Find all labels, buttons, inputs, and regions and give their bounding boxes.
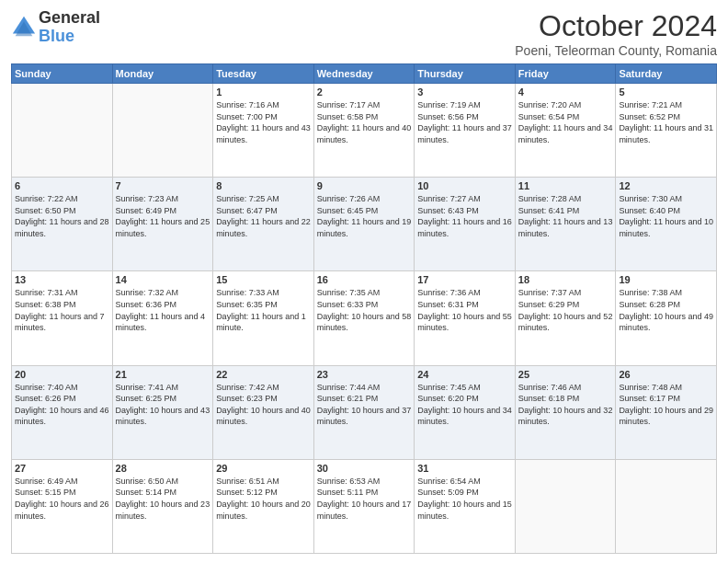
table-row: 10Sunrise: 7:27 AM Sunset: 6:43 PM Dayli… [415,178,516,271]
day-info: Sunrise: 7:31 AM Sunset: 6:38 PM Dayligh… [15,287,109,333]
table-row: 27Sunrise: 6:49 AM Sunset: 5:15 PM Dayli… [12,459,113,553]
day-info: Sunrise: 7:41 AM Sunset: 6:25 PM Dayligh… [116,382,210,428]
table-row: 26Sunrise: 7:48 AM Sunset: 6:17 PM Dayli… [616,365,717,459]
day-info: Sunrise: 7:22 AM Sunset: 6:50 PM Dayligh… [15,193,109,239]
col-tuesday: Tuesday [213,64,314,84]
col-saturday: Saturday [616,64,717,84]
table-row: 29Sunrise: 6:51 AM Sunset: 5:12 PM Dayli… [213,459,314,553]
logo: General Blue [11,9,100,46]
day-number: 15 [216,274,311,285]
day-info: Sunrise: 7:46 AM Sunset: 6:18 PM Dayligh… [518,382,613,428]
day-number: 5 [619,86,713,98]
day-info: Sunrise: 7:44 AM Sunset: 6:21 PM Dayligh… [317,382,412,428]
title-area: October 2024 Poeni, Teleorman County, Ro… [515,9,717,58]
table-row: 30Sunrise: 6:53 AM Sunset: 5:11 PM Dayli… [313,459,415,553]
col-wednesday: Wednesday [313,64,415,84]
day-number: 22 [216,369,311,380]
day-number: 28 [116,463,210,474]
location-text: Poeni, Teleorman County, Romania [515,43,717,58]
month-title: October 2024 [515,9,717,43]
day-info: Sunrise: 7:37 AM Sunset: 6:29 PM Dayligh… [518,287,613,333]
calendar-week-row: 20Sunrise: 7:40 AM Sunset: 6:26 PM Dayli… [12,365,717,459]
calendar-week-row: 27Sunrise: 6:49 AM Sunset: 5:15 PM Dayli… [12,459,717,553]
day-info: Sunrise: 7:35 AM Sunset: 6:33 PM Dayligh… [317,287,412,333]
table-row: 17Sunrise: 7:36 AM Sunset: 6:31 PM Dayli… [415,271,516,365]
day-info: Sunrise: 7:30 AM Sunset: 6:40 PM Dayligh… [619,193,713,239]
day-info: Sunrise: 7:21 AM Sunset: 6:52 PM Dayligh… [619,99,713,145]
day-number: 25 [518,369,613,380]
table-row: 4Sunrise: 7:20 AM Sunset: 6:54 PM Daylig… [515,84,616,178]
table-row [515,459,616,553]
day-number: 17 [417,274,512,285]
table-row: 14Sunrise: 7:32 AM Sunset: 6:36 PM Dayli… [112,271,213,365]
day-number: 26 [619,369,713,380]
table-row: 16Sunrise: 7:35 AM Sunset: 6:33 PM Dayli… [313,271,415,365]
day-info: Sunrise: 7:45 AM Sunset: 6:20 PM Dayligh… [417,382,512,428]
day-number: 4 [518,86,613,98]
table-row: 25Sunrise: 7:46 AM Sunset: 6:18 PM Dayli… [515,365,616,459]
day-info: Sunrise: 6:50 AM Sunset: 5:14 PM Dayligh… [116,476,210,522]
day-number: 12 [619,180,713,191]
day-number: 6 [15,180,109,191]
table-row: 31Sunrise: 6:54 AM Sunset: 5:09 PM Dayli… [415,459,516,553]
table-row: 1Sunrise: 7:16 AM Sunset: 7:00 PM Daylig… [213,84,314,178]
day-info: Sunrise: 7:40 AM Sunset: 6:26 PM Dayligh… [15,382,109,428]
col-monday: Monday [112,64,213,84]
table-row: 13Sunrise: 7:31 AM Sunset: 6:38 PM Dayli… [12,271,113,365]
day-number: 11 [518,180,613,191]
table-row: 11Sunrise: 7:28 AM Sunset: 6:41 PM Dayli… [515,178,616,271]
calendar-week-row: 1Sunrise: 7:16 AM Sunset: 7:00 PM Daylig… [12,84,717,178]
day-number: 24 [417,369,512,380]
day-number: 13 [15,274,109,285]
table-row: 9Sunrise: 7:26 AM Sunset: 6:45 PM Daylig… [313,178,415,271]
day-info: Sunrise: 7:36 AM Sunset: 6:31 PM Dayligh… [417,287,512,333]
calendar-header-row: Sunday Monday Tuesday Wednesday Thursday… [12,64,717,84]
table-row: 28Sunrise: 6:50 AM Sunset: 5:14 PM Dayli… [112,459,213,553]
day-info: Sunrise: 6:53 AM Sunset: 5:11 PM Dayligh… [317,476,412,522]
day-info: Sunrise: 7:32 AM Sunset: 6:36 PM Dayligh… [116,287,210,333]
calendar-table: Sunday Monday Tuesday Wednesday Thursday… [11,63,717,554]
table-row: 5Sunrise: 7:21 AM Sunset: 6:52 PM Daylig… [616,84,717,178]
day-number: 21 [116,369,210,380]
day-info: Sunrise: 7:38 AM Sunset: 6:28 PM Dayligh… [619,287,713,333]
day-number: 19 [619,274,713,285]
day-info: Sunrise: 7:20 AM Sunset: 6:54 PM Dayligh… [518,99,613,145]
table-row [616,459,717,553]
day-info: Sunrise: 7:27 AM Sunset: 6:43 PM Dayligh… [417,193,512,239]
day-number: 23 [317,369,412,380]
day-info: Sunrise: 7:25 AM Sunset: 6:47 PM Dayligh… [216,193,311,239]
day-number: 14 [116,274,210,285]
logo-general-text: General [39,9,100,28]
logo-blue-text: Blue [39,28,100,46]
day-number: 3 [417,86,512,98]
day-number: 20 [15,369,109,380]
table-row: 23Sunrise: 7:44 AM Sunset: 6:21 PM Dayli… [313,365,415,459]
table-row: 15Sunrise: 7:33 AM Sunset: 6:35 PM Dayli… [213,271,314,365]
table-row: 2Sunrise: 7:17 AM Sunset: 6:58 PM Daylig… [313,84,415,178]
table-row [112,84,213,178]
table-row: 22Sunrise: 7:42 AM Sunset: 6:23 PM Dayli… [213,365,314,459]
col-thursday: Thursday [415,64,516,84]
calendar-week-row: 13Sunrise: 7:31 AM Sunset: 6:38 PM Dayli… [12,271,717,365]
col-sunday: Sunday [12,64,113,84]
day-info: Sunrise: 7:28 AM Sunset: 6:41 PM Dayligh… [518,193,613,239]
day-info: Sunrise: 7:17 AM Sunset: 6:58 PM Dayligh… [317,99,412,145]
table-row: 18Sunrise: 7:37 AM Sunset: 6:29 PM Dayli… [515,271,616,365]
table-row: 8Sunrise: 7:25 AM Sunset: 6:47 PM Daylig… [213,178,314,271]
day-number: 30 [317,463,412,474]
table-row [12,84,113,178]
day-info: Sunrise: 7:26 AM Sunset: 6:45 PM Dayligh… [317,193,412,239]
day-number: 1 [216,86,311,98]
calendar-week-row: 6Sunrise: 7:22 AM Sunset: 6:50 PM Daylig… [12,178,717,271]
day-number: 29 [216,463,311,474]
day-number: 9 [317,180,412,191]
day-info: Sunrise: 7:19 AM Sunset: 6:56 PM Dayligh… [417,99,512,145]
day-number: 10 [417,180,512,191]
table-row: 3Sunrise: 7:19 AM Sunset: 6:56 PM Daylig… [415,84,516,178]
day-info: Sunrise: 7:23 AM Sunset: 6:49 PM Dayligh… [116,193,210,239]
day-info: Sunrise: 7:42 AM Sunset: 6:23 PM Dayligh… [216,382,311,428]
table-row: 7Sunrise: 7:23 AM Sunset: 6:49 PM Daylig… [112,178,213,271]
day-info: Sunrise: 6:51 AM Sunset: 5:12 PM Dayligh… [216,476,311,522]
day-info: Sunrise: 7:33 AM Sunset: 6:35 PM Dayligh… [216,287,311,333]
day-number: 31 [417,463,512,474]
